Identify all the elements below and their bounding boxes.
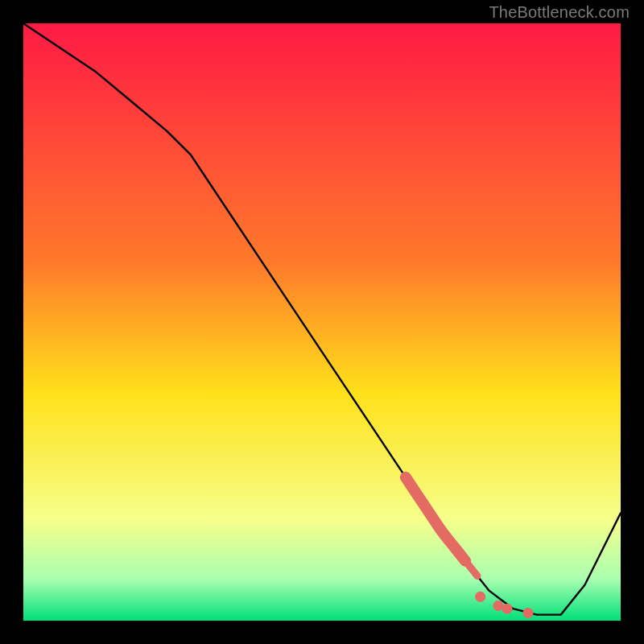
watermark-text: TheBottleneck.com xyxy=(489,3,630,22)
plot-area xyxy=(23,23,621,621)
gradient-background xyxy=(23,23,621,621)
highlight-dot xyxy=(502,604,513,614)
highlight-dot xyxy=(475,592,485,602)
bottleneck-chart xyxy=(23,23,621,621)
highlight-dot xyxy=(523,608,534,618)
highlight-dot xyxy=(493,601,503,611)
chart-frame: TheBottleneck.com xyxy=(0,0,644,644)
